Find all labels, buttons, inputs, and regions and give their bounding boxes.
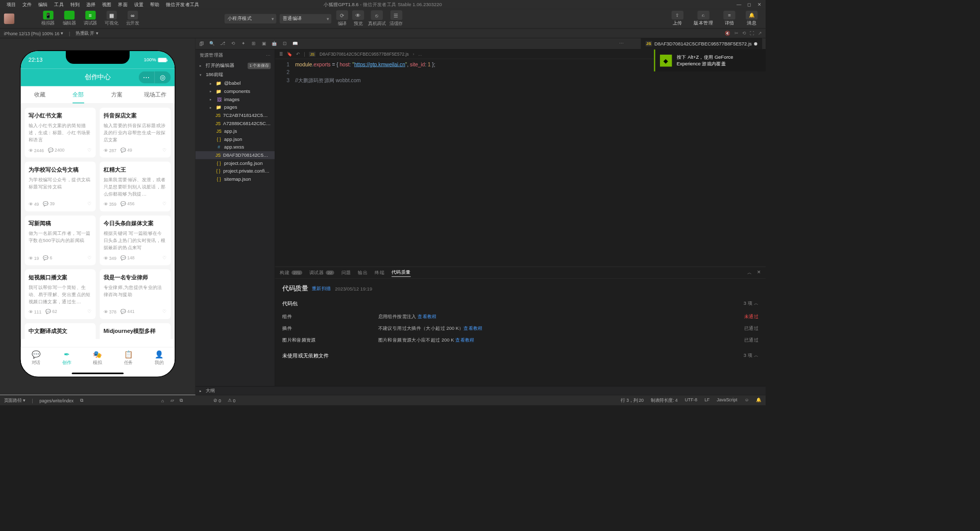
file-app.wxss[interactable]: # app.wxss [195, 143, 275, 151]
nav-模拟[interactable]: 🎭模拟 [82, 347, 113, 368]
popout-icon[interactable]: ↗ [758, 31, 762, 36]
panel-close-icon[interactable]: ✕ [757, 269, 761, 276]
content-card-2[interactable]: 为学校写公众号文稿 为学校编写公众号，提供文稿标题写宣传文稿 👁 49💬 39♡ [24, 161, 95, 211]
compile-dropdown[interactable]: 普通编译 [280, 14, 332, 23]
content-card-8[interactable]: 中文翻译成英文 [24, 323, 95, 339]
content-card-4[interactable]: 写新闻稿 做为一名新闻工作者，写一篇字数在500字以内的新闻稿 👁 19💬 6♡ [24, 215, 95, 266]
mute-icon[interactable]: 🔇 [725, 31, 730, 36]
section-meta[interactable]: 3 项 ︿ [744, 300, 758, 307]
app-tab-3[interactable]: 现场工作 [136, 86, 174, 104]
menu-select[interactable]: 选择 [83, 0, 99, 8]
files-icon[interactable]: 🗐 [199, 41, 205, 46]
file-images[interactable]: ▸ 🖼 images [195, 95, 275, 104]
expand-icon[interactable]: ⛶ [750, 31, 754, 36]
nav-任务[interactable]: 📋任务 [113, 347, 143, 368]
tutorial-link[interactable]: 查看教程 [463, 326, 483, 331]
menu-ui[interactable]: 界面 [115, 0, 131, 8]
toolbar-可视化[interactable]: ▦可视化 [102, 9, 121, 28]
code-area[interactable]: 123 module.exports = { host: "https://gt… [275, 59, 766, 267]
device-selector[interactable]: iPhone 12/13 (Pro) 100% 16 ▾ [4, 31, 63, 36]
float-icon[interactable]: ▱ [170, 398, 174, 403]
bookmark-icon[interactable]: 🔖 [287, 52, 292, 57]
avatar[interactable] [4, 13, 14, 23]
open-editors-section[interactable]: ▸ 打开的编辑器 1 个未保存 [195, 61, 275, 70]
hot-reload-toggle[interactable]: 热重载 开 ▾ [76, 30, 99, 36]
file-pages[interactable]: ▸ 📁 pages [195, 103, 275, 111]
file-project.private.config.js...[interactable]: { } project.private.config.js... [195, 167, 275, 175]
minimize-icon[interactable]: — [736, 2, 742, 7]
toolbar-模拟器[interactable]: 📱模拟器 [38, 9, 58, 28]
action-真机调试[interactable]: ⎋真机调试 [368, 10, 385, 27]
tutorial-link[interactable]: 查看教程 [455, 337, 475, 343]
robot-icon[interactable]: 🤖 [271, 41, 278, 46]
nav-创作[interactable]: ✒创作 [52, 347, 82, 368]
capsule-close-icon[interactable]: ◎ [155, 71, 170, 83]
toolbar-right-上传[interactable]: ⇪上传 [668, 9, 688, 28]
more-icon[interactable]: ⋯ [618, 41, 625, 46]
bottom-tab-4[interactable]: 终端 [375, 269, 384, 276]
app-tab-0[interactable]: 收藏 [20, 86, 59, 104]
menu-project[interactable]: 项目 [3, 0, 19, 8]
rotate-icon[interactable]: ⟲ [742, 31, 746, 36]
book-icon[interactable]: 📖 [292, 41, 299, 46]
errors-count[interactable]: ⊘ 0 [213, 398, 221, 403]
feedback-icon[interactable]: ☺ [744, 397, 749, 403]
branch-icon[interactable]: ⎇ [219, 41, 226, 46]
content-card-5[interactable]: 今日头条自媒体文案 根据关键词 写一篇能够在今日头条上热门的实时资讯，根据最新的… [100, 215, 170, 266]
menu-tools[interactable]: 工具 [51, 0, 67, 8]
extension-icon[interactable]: ⊡ [282, 41, 288, 46]
toolbar-right-详情[interactable]: ≡详情 [719, 9, 739, 28]
detach-icon[interactable]: ⧉ [180, 398, 183, 403]
bottom-tab-1[interactable]: 调试器 22 [309, 269, 334, 276]
action-预览[interactable]: 👁预览 [352, 10, 364, 27]
root-folder[interactable]: ▾ 186前端 [195, 70, 275, 80]
home-icon[interactable]: ⌂ [161, 398, 164, 402]
file-7C2AB7418142C5CF1A...[interactable]: JS 7C2AB7418142C5CF1A... [195, 111, 275, 119]
eol[interactable]: LF [704, 397, 709, 403]
file-@babel[interactable]: ▸ 📁 @babel [195, 79, 275, 87]
api-icon[interactable]: ⊞ [251, 41, 257, 46]
app-tab-2[interactable]: 方案 [97, 86, 136, 104]
search-icon[interactable]: 🔍 [209, 41, 215, 46]
content-card-0[interactable]: 写小红书文案 输入小红书文案的的简短描述，生成：标题、小红书场景和语言 👁 24… [24, 108, 95, 158]
content-card-6[interactable]: 短视频口播文案 我可以帮你写一个简短、生动、易于理解、突出重点的短视频口播文案，… [24, 269, 95, 319]
mode-dropdown[interactable]: 小程序模式 [225, 14, 277, 23]
bottom-tab-2[interactable]: 问题 [341, 269, 351, 276]
rescan-link[interactable]: 重新扫描 [312, 285, 331, 292]
copy-path-icon[interactable]: ⧉ [80, 398, 83, 403]
menu-file[interactable]: 文件 [19, 0, 35, 8]
menu-edit[interactable]: 编辑 [35, 0, 51, 8]
tutorial-link[interactable]: 查看教程 [418, 314, 437, 320]
toolbar-调试器[interactable]: ≡调试器 [81, 9, 100, 28]
section-meta-2[interactable]: 3 项 ︿ [744, 352, 758, 359]
list-icon[interactable]: ≣ [279, 52, 283, 57]
file-D8AF3D708142C5CFBE...[interactable]: JS D8AF3D708142C5CFBE... [195, 151, 275, 159]
content-card-9[interactable]: Midjourney模型多样 [100, 323, 170, 339]
content-card-3[interactable]: 杠精大王 如果我需要倾诉、发泄，或者只是想要听到别人说脏话，那么你都能够为我提…… [100, 161, 170, 211]
toolbar-编辑器[interactable]: 编辑器 [59, 9, 79, 28]
file-app.json[interactable]: { } app.json [195, 135, 275, 143]
nav-对话[interactable]: 💬对话 [20, 347, 51, 368]
file-components[interactable]: ▸ 📁 components [195, 87, 275, 95]
file-app.js[interactable]: JS app.js [195, 127, 275, 135]
panel-collapse-icon[interactable]: ︿ [747, 269, 752, 276]
language-mode[interactable]: JavaScript [717, 397, 737, 403]
bottom-tab-0[interactable]: 构建 271 [280, 269, 302, 276]
menu-goto[interactable]: 转到 [67, 0, 83, 8]
app-content[interactable]: 写小红书文案 输入小红书文案的的简短描述，生成：标题、小红书场景和语言 👁 24… [20, 104, 175, 339]
editor-tab[interactable]: JS D8AF3D708142C5CFBEC95577B8F5E572.js [641, 38, 763, 50]
tab-size[interactable]: 制表符长度: 4 [651, 397, 678, 403]
page-path[interactable]: pages/write/index [39, 398, 74, 402]
action-清缓存[interactable]: ☰清缓存 [389, 10, 403, 27]
content-card-1[interactable]: 抖音探店文案 输入需要的抖音探店标题或涉及的行业内容帮您生成一段探店文案 👁 2… [100, 108, 170, 158]
maximize-icon[interactable]: ◻ [747, 2, 752, 7]
toolbar-right-消息[interactable]: 🔔消息 [742, 9, 762, 28]
menu-view[interactable]: 视图 [99, 0, 115, 8]
explorer-more-icon[interactable]: ⋯ [266, 53, 271, 58]
terminal-icon[interactable]: ▣ [261, 41, 267, 46]
encoding[interactable]: UTF-8 [685, 397, 697, 403]
notification-icon[interactable]: 🔔 [756, 397, 762, 403]
star-icon[interactable]: ✦ [240, 41, 247, 46]
sync-icon[interactable]: ⟲ [230, 41, 236, 46]
history-icon[interactable]: ↶ [296, 52, 300, 57]
